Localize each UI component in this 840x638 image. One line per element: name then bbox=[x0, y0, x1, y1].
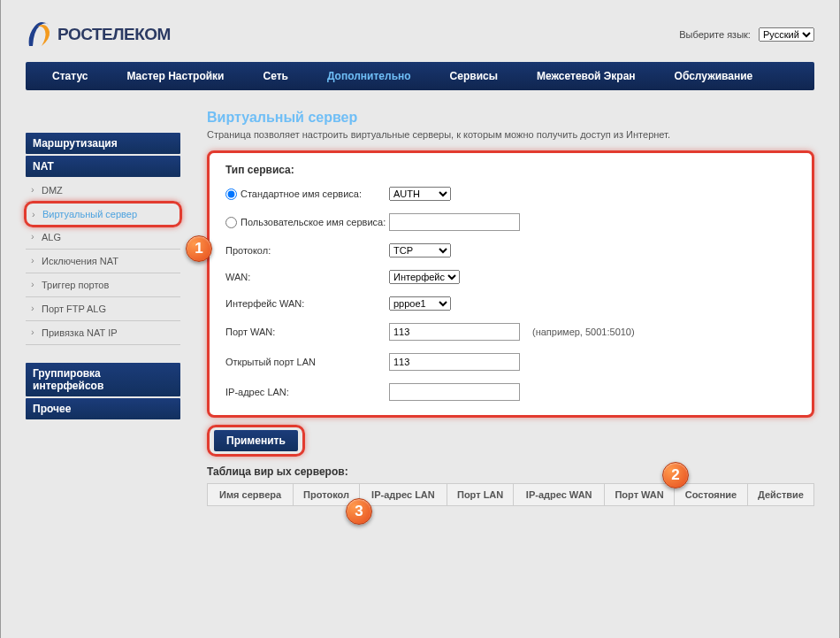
language-select[interactable]: Русский bbox=[759, 27, 814, 42]
main-content: Виртуальный сервер Страница позволяет на… bbox=[207, 110, 814, 506]
brand-name: РОСТЕЛЕКОМ bbox=[57, 25, 171, 44]
wan-port-hint: (например, 5001:5010) bbox=[532, 327, 635, 337]
lan-open-port-label: Открытый порт LAN bbox=[225, 356, 389, 368]
language-picker: Выберите язык: Русский bbox=[679, 27, 814, 42]
lan-ip-label: IP-адрес LAN: bbox=[225, 386, 389, 398]
sidebar-header-if-grouping[interactable]: Группировка интерфейсов bbox=[26, 363, 180, 396]
service-type-label: Тип сервиса: bbox=[225, 164, 796, 176]
sidebar-header-other[interactable]: Прочее bbox=[26, 398, 180, 419]
wan-select[interactable]: Интерфейс bbox=[389, 270, 460, 284]
wan-interface-label: Интерфейс WAN: bbox=[225, 297, 389, 310]
col-lan-ip: IP-адрес LAN bbox=[359, 484, 447, 506]
custom-service-input[interactable] bbox=[389, 213, 520, 231]
col-wan-ip: IP-адрес WAN bbox=[514, 484, 605, 506]
nav-advanced[interactable]: Дополнительно bbox=[308, 62, 431, 90]
apply-wrap: Применить bbox=[207, 425, 305, 457]
lan-ip-input[interactable] bbox=[389, 383, 520, 401]
custom-service-label: Пользовательское имя сервиса: bbox=[241, 216, 386, 228]
sidebar-item-ftp-alg-port[interactable]: Порт FTP ALG bbox=[26, 297, 180, 321]
wan-port-label: Порт WAN: bbox=[225, 326, 389, 338]
wan-interface-select[interactable]: pppoe1 bbox=[389, 296, 451, 311]
sidebar-header-nat[interactable]: NAT bbox=[26, 156, 180, 177]
protocol-select[interactable]: TCP bbox=[389, 243, 451, 258]
virtual-servers-table: Имя сервера Протокол IP-адрес LAN Порт L… bbox=[207, 483, 814, 506]
protocol-label: Протокол: bbox=[225, 244, 389, 257]
sidebar-item-nat-exceptions[interactable]: Исключения NAT bbox=[26, 250, 180, 273]
radio-standard-service[interactable] bbox=[225, 188, 237, 200]
sidebar: Маршрутизация NAT DMZ Виртуальный сервер… bbox=[26, 133, 180, 506]
nav-wizard[interactable]: Мастер Настройки bbox=[107, 62, 243, 90]
col-action: Действие bbox=[747, 484, 813, 506]
language-label: Выберите язык: bbox=[679, 29, 751, 40]
col-lan-port: Порт LAN bbox=[447, 484, 513, 506]
page-desc: Страница позволяет настроить виртуальные… bbox=[207, 129, 814, 140]
sidebar-item-port-trigger[interactable]: Триггер портов bbox=[26, 273, 180, 297]
brand-logo: РОСТЕЛЕКОМ bbox=[26, 19, 171, 50]
page-title: Виртуальный сервер bbox=[207, 110, 814, 126]
sidebar-header-routing[interactable]: Маршрутизация bbox=[26, 133, 180, 154]
annotation-badge-2: 2 bbox=[662, 462, 689, 488]
logo-icon bbox=[26, 19, 52, 50]
nav-services[interactable]: Сервисы bbox=[431, 62, 517, 90]
col-wan-port: Порт WAN bbox=[605, 484, 675, 506]
wan-port-input[interactable] bbox=[389, 323, 520, 341]
nav-status[interactable]: Статус bbox=[33, 62, 107, 90]
top-nav: Статус Мастер Настройки Сеть Дополнитель… bbox=[26, 62, 814, 90]
wan-label: WAN: bbox=[225, 271, 389, 283]
sidebar-item-alg[interactable]: ALG bbox=[26, 226, 180, 250]
standard-service-label: Стандартное имя сервиса: bbox=[241, 188, 362, 200]
sidebar-item-dmz[interactable]: DMZ bbox=[26, 179, 180, 203]
sidebar-item-virtual-server[interactable]: Виртуальный сервер bbox=[24, 201, 182, 227]
annotation-badge-3: 3 bbox=[346, 498, 372, 525]
nav-firewall[interactable]: Межсетевой Экран bbox=[517, 62, 655, 90]
nav-maintenance[interactable]: Обслуживание bbox=[655, 62, 773, 90]
annotation-badge-1: 1 bbox=[186, 235, 212, 262]
nav-network[interactable]: Сеть bbox=[243, 62, 307, 90]
standard-service-select[interactable]: AUTH bbox=[389, 187, 451, 201]
virtual-servers-table-title: Таблица вир ых серверов: bbox=[207, 465, 814, 478]
sidebar-item-nat-ip-binding[interactable]: Привязка NAT IP bbox=[26, 321, 180, 345]
col-state: Состояние bbox=[675, 484, 748, 506]
virtual-server-form: Тип сервиса: Стандартное имя сервиса: AU… bbox=[207, 150, 814, 418]
apply-button[interactable]: Применить bbox=[214, 430, 298, 451]
radio-custom-service[interactable] bbox=[225, 217, 237, 228]
lan-open-port-input[interactable] bbox=[389, 353, 520, 371]
col-server-name: Имя сервера bbox=[208, 484, 294, 506]
